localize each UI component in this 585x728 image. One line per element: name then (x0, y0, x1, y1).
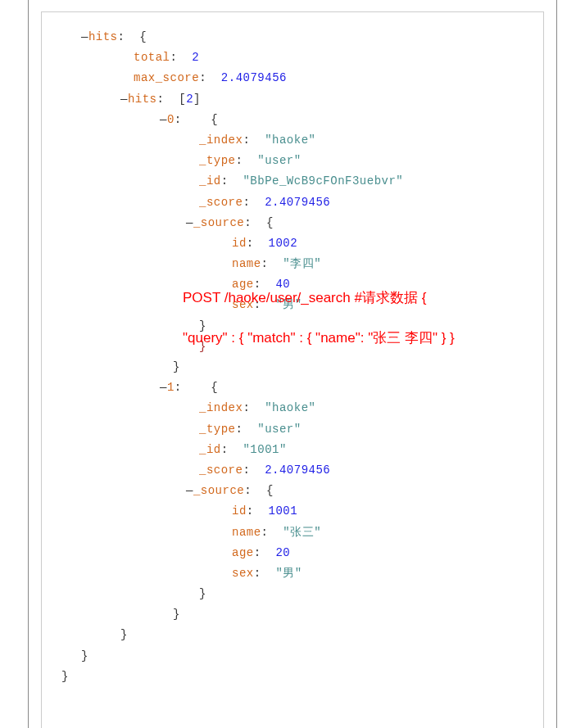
number-token: 2.4079456 (265, 463, 330, 477)
punct-token: : (254, 567, 276, 580)
punct-token: : (261, 257, 283, 270)
number-token: 2 (192, 51, 199, 64)
overlay-line-1: POST /haoke/user/_search #请求数据 { (183, 288, 426, 307)
punct-token: : (247, 504, 269, 518)
number-token: 1002 (269, 237, 298, 250)
key-token: _index (199, 133, 243, 147)
json-line: } (61, 357, 543, 378)
json-line: total: 2 (61, 47, 543, 68)
key-token: id (232, 504, 247, 518)
overlay-line-2: "query" : { "match" : { "name": "张三 李四" … (183, 328, 455, 347)
punct-token: : { (244, 484, 274, 497)
json-line: _index: "haoke" (61, 130, 543, 151)
json-line: —hits: [2] (61, 89, 543, 110)
string-token: "李四" (283, 257, 321, 270)
json-line: } (61, 667, 543, 687)
punct-token: } (173, 360, 180, 373)
json-line: _score: 2.4079456 (61, 192, 543, 213)
json-line: —0: { (61, 110, 543, 130)
json-line: _id: "1001" (61, 440, 543, 460)
number-token: 2 (186, 93, 193, 106)
punct-token: : (254, 546, 276, 559)
key-token: _score (199, 196, 243, 209)
json-line: id: 1001 (61, 501, 543, 522)
string-token: "BbPe_WcB9cFOnF3uebvr" (243, 174, 403, 188)
key-token: _id (199, 443, 221, 456)
json-line: max_score: 2.4079456 (61, 68, 543, 88)
punct-token: : (243, 196, 265, 209)
string-token: "user" (257, 423, 301, 436)
punct-token: : (170, 51, 193, 64)
punct-token: } (173, 608, 180, 621)
key-token: age (232, 546, 254, 559)
punct-token: : { (118, 30, 147, 43)
json-line: } (61, 584, 543, 604)
punct-token: } (120, 628, 128, 641)
number-token: 1001 (269, 504, 298, 518)
key-token: _source (193, 216, 244, 229)
number-token: 2.4079456 (221, 71, 287, 84)
number-token: 20 (275, 546, 290, 559)
key-token: sex (232, 567, 254, 580)
toggle-token: — (81, 30, 88, 43)
json-line: _type: "user" (61, 151, 543, 171)
json-line: _score: 2.4079456 (61, 460, 543, 481)
punct-token: : (243, 401, 265, 414)
key-token: 0 (167, 113, 175, 126)
json-line: age: 20 (61, 543, 543, 563)
key-token: hits (128, 93, 157, 106)
string-token: "haoke" (265, 401, 315, 414)
punct-token: } (61, 670, 69, 683)
punct-token: : (236, 423, 258, 436)
json-line: id: 1002 (61, 233, 543, 254)
json-line: —_source: { (61, 213, 543, 233)
json-line: —hits: { (61, 27, 543, 47)
punct-token: : (261, 526, 283, 539)
string-token: "haoke" (265, 133, 315, 147)
key-token: id (232, 237, 247, 250)
key-token: _type (199, 154, 236, 167)
json-line: } (61, 625, 543, 645)
json-line: sex: "男" (61, 563, 543, 584)
punct-token: : (221, 443, 243, 456)
punct-token: } (81, 649, 88, 662)
string-token: "张三" (283, 526, 321, 539)
json-line: _index: "haoke" (61, 398, 543, 418)
key-token: _score (199, 463, 243, 477)
punct-token: : (243, 463, 265, 477)
toggle-token: — (160, 381, 167, 394)
punct-token: : { (175, 113, 218, 126)
json-line: } (61, 646, 543, 667)
punct-token: : (236, 154, 258, 167)
key-token: name (232, 257, 261, 270)
json-line: } (61, 604, 543, 625)
string-token: "user" (257, 154, 301, 167)
json-line: name: "张三" (61, 522, 543, 543)
key-token: total (134, 51, 170, 64)
json-line: —1: { (61, 378, 543, 398)
punct-token: : (199, 71, 221, 84)
number-token: 2.4079456 (265, 196, 330, 209)
punct-token: : (221, 174, 243, 188)
key-token: _source (193, 484, 244, 497)
toggle-token: — (160, 113, 167, 126)
string-token: "1001" (243, 443, 286, 456)
json-line: —_source: { (61, 481, 543, 501)
key-token: max_score (134, 71, 199, 84)
toggle-token: — (120, 93, 128, 106)
json-lines-container: —hits: {total: 2max_score: 2.4079456—hit… (61, 27, 543, 687)
key-token: name (232, 526, 261, 539)
punct-token: : [ (157, 93, 187, 106)
key-token: _id (199, 174, 221, 188)
punct-token: : { (244, 216, 274, 229)
key-token: _type (199, 423, 236, 436)
json-line: _type: "user" (61, 419, 543, 440)
json-content-box: —hits: {total: 2max_score: 2.4079456—hit… (41, 11, 544, 728)
string-token: "男" (275, 567, 302, 580)
punct-token: ] (193, 93, 201, 106)
toggle-token: — (186, 484, 193, 497)
punct-token: : { (175, 381, 218, 394)
key-token: _index (199, 401, 243, 414)
punct-token: } (199, 587, 206, 600)
punct-token: : (247, 237, 269, 250)
